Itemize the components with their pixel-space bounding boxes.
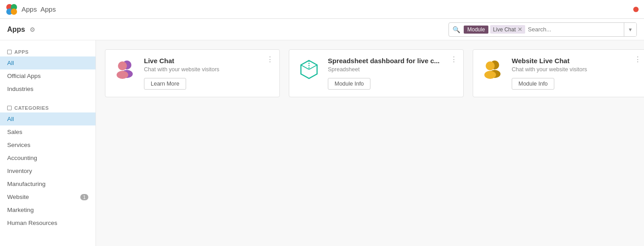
card-title-websitechat: Website Live Chat [512, 57, 640, 65]
sidebar: APPS All Official Apps Industries CATEGO… [0, 40, 96, 246]
sidebar-cat-manufacturing[interactable]: Manufacturing [0, 177, 96, 190]
odoo-logo [5, 3, 18, 16]
main-content: ⋮ Live Chat Chat with your website visit… [96, 40, 644, 246]
card-spreadsheet: ⋮ Spreadsheet dashboard for live c... Sp… [289, 49, 464, 97]
search-icon: 🔍 [449, 26, 464, 33]
page-title: Apps [7, 26, 25, 34]
websitechat-icon [480, 57, 505, 82]
card-subtitle-websitechat: Chat with your website visitors [512, 66, 640, 73]
sidebar-cat-marketing[interactable]: Marketing [0, 203, 96, 216]
website-badge: 1 [80, 194, 88, 200]
card-menu-websitechat[interactable]: ⋮ [634, 55, 642, 64]
sidebar-item-official-apps[interactable]: Official Apps [0, 69, 96, 82]
card-website-livechat: ⋮ Website Live Chat Chat with your websi… [473, 49, 644, 97]
card-title-livechat: Live Chat [144, 57, 272, 65]
status-dot [633, 7, 639, 12]
svg-point-15 [484, 71, 496, 79]
card-title-spreadsheet: Spreadsheet dashboard for live c... [328, 57, 456, 65]
module-info-button-spreadsheet[interactable]: Module Info [328, 78, 370, 90]
card-menu-spreadsheet[interactable]: ⋮ [450, 55, 458, 64]
sidebar-cat-accounting[interactable]: Accounting [0, 151, 96, 164]
svg-line-10 [301, 65, 309, 69]
categories-section-title: CATEGORIES [0, 102, 96, 112]
search-value-tag: Live Chat ✕ [490, 25, 525, 34]
card-subtitle-livechat: Chat with your website visitors [144, 66, 272, 73]
svg-point-3 [11, 9, 17, 15]
nav-label1[interactable]: Apps [22, 5, 37, 13]
main-layout: APPS All Official Apps Industries CATEGO… [0, 40, 644, 246]
sidebar-cat-sales[interactable]: Sales [0, 125, 96, 138]
nav-label2[interactable]: Apps [40, 5, 56, 13]
search-tag-close[interactable]: ✕ [518, 26, 522, 33]
card-live-chat: ⋮ Live Chat Chat with your website visit… [105, 49, 280, 97]
sidebar-item-industries[interactable]: Industries [0, 82, 96, 95]
sidebar-cat-all[interactable]: All [0, 112, 96, 125]
sidebar-item-all-apps[interactable]: All [0, 56, 96, 69]
sidebar-cat-hr[interactable]: Human Resources [0, 216, 96, 229]
sidebar-cat-inventory[interactable]: Inventory [0, 164, 96, 177]
sidebar-cat-website[interactable]: Website 1 [0, 190, 96, 203]
svg-point-7 [117, 71, 128, 79]
search-input[interactable] [525, 26, 624, 33]
svg-line-11 [309, 65, 317, 69]
svg-point-6 [118, 61, 127, 70]
module-info-button-websitechat[interactable]: Module Info [512, 78, 554, 90]
top-nav: Apps Apps [0, 0, 644, 19]
search-value-text: Live Chat [493, 26, 516, 33]
svg-point-14 [486, 61, 495, 70]
apps-section-title: APPS [0, 46, 96, 56]
livechat-icon [113, 57, 138, 82]
learn-more-button[interactable]: Learn More [144, 78, 186, 90]
search-dropdown-button[interactable]: ▼ [624, 23, 636, 36]
search-module-tag: Module [464, 26, 488, 34]
second-bar: Apps ⚙ 🔍 Module Live Chat ✕ ▼ [0, 19, 644, 40]
card-subtitle-spreadsheet: Spreadsheet [328, 66, 456, 73]
search-bar: 🔍 Module Live Chat ✕ ▼ [448, 22, 637, 37]
card-menu-livechat[interactable]: ⋮ [266, 55, 274, 64]
spreadsheet-icon [296, 57, 322, 82]
gear-icon[interactable]: ⚙ [30, 26, 35, 33]
sidebar-cat-services[interactable]: Services [0, 138, 96, 151]
